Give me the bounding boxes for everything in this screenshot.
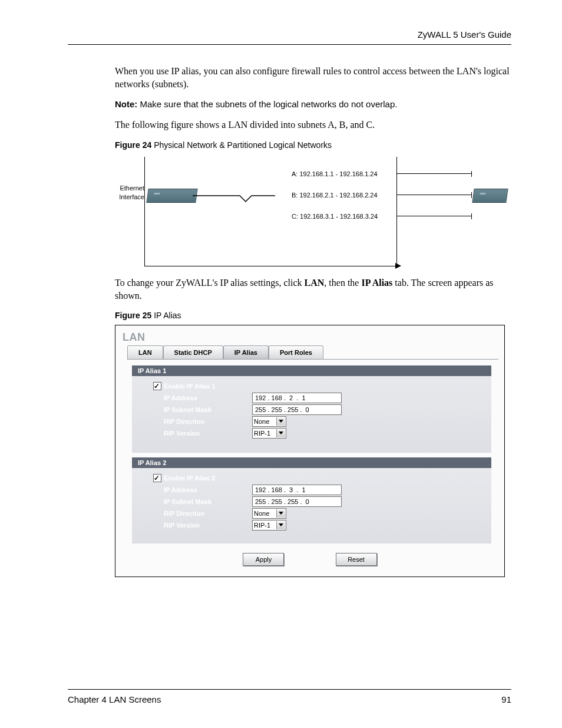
ip-alias-1-header: IP Alias 1 [132, 365, 491, 376]
ip-alias-2-panel: IP Alias 2 Enable IP Alias 2 IP Address … [132, 457, 491, 543]
button-row: Apply Reset [115, 553, 504, 566]
bracket-c [396, 216, 472, 216]
reset-button[interactable]: Reset [336, 553, 377, 566]
ethernet-interface-label: Ethernet Interface [115, 184, 144, 202]
bracket-a [396, 173, 472, 174]
tab-bar: LANStatic DHCPIP AliasPort Roles [127, 345, 498, 360]
ip-address-1-label: IP Address [164, 393, 197, 403]
tab-port-roles[interactable]: Port Roles [269, 345, 323, 359]
subnet-mask-2-label: IP Subnet Mask [164, 496, 211, 507]
enable-ip-alias-1-label: Enable IP Alias 1 [164, 381, 215, 391]
figure25-title: IP Alias [151, 311, 181, 320]
axis-vertical-left [144, 157, 145, 266]
figure24-caption: Figure 24 Physical Network & Partitioned… [115, 140, 513, 151]
chevron-down-icon [279, 420, 283, 423]
tab-lan[interactable]: LAN [127, 345, 163, 359]
subnet-mask-1-label: IP Subnet Mask [164, 404, 211, 415]
subnet-c-label: C: 192.168.3.1 - 192.168.3.24 [292, 212, 378, 221]
rip-version-2-select[interactable]: RIP-1 [252, 520, 286, 531]
enable-ip-alias-1-checkbox[interactable] [153, 382, 161, 390]
note-label: Note: [115, 99, 137, 109]
figure24-title: Physical Network & Partitioned Logical N… [151, 140, 332, 150]
enable-ip-alias-2-label: Enable IP Alias 2 [164, 473, 215, 483]
subnet-mask-1-input[interactable]: 255 . 255 . 255 . 0 [252, 404, 342, 415]
paragraph-2: The following figure shows a LAN divided… [115, 118, 513, 131]
figure25-caption: Figure 25 IP Alias [115, 310, 513, 321]
subnet-a-label: A: 192.168.1.1 - 192.168.1.24 [292, 170, 378, 179]
router-icon-left [146, 189, 197, 203]
footer-page-number: 91 [501, 694, 511, 704]
tab-static-dhcp[interactable]: Static DHCP [163, 345, 223, 359]
ip-alias-2-header: IP Alias 2 [132, 457, 491, 468]
paragraph-3: To change your ZyWALL's IP alias setting… [115, 276, 513, 302]
axis-horizontal [144, 266, 396, 266]
header-guide-title: ZyWALL 5 User's Guide [418, 29, 511, 39]
ip-alias-1-panel: IP Alias 1 Enable IP Alias 1 IP Address … [132, 365, 491, 453]
figure25-screenshot: LAN LANStatic DHCPIP AliasPort Roles IP … [115, 325, 505, 577]
router-icon-right [472, 189, 508, 203]
apply-button[interactable]: Apply [243, 553, 284, 566]
subnet-mask-2-input[interactable]: 255 . 255 . 255 . 0 [252, 496, 342, 507]
chevron-down-icon [279, 431, 283, 434]
ip-address-1-input[interactable]: 192 . 168 . 2 . 1 [252, 393, 342, 403]
subnet-b-label: B: 192.168.2.1 - 192.168.2.24 [292, 191, 378, 200]
footer-rule [68, 689, 511, 690]
footer-chapter: Chapter 4 LAN Screens [68, 694, 161, 704]
ip-address-2-label: IP Address [164, 485, 197, 495]
body-content: When you use IP alias, you can also conf… [115, 65, 513, 577]
enable-ip-alias-2-checkbox[interactable] [153, 474, 161, 482]
network-line-icon [193, 193, 275, 204]
rip-direction-1-label: RIP Direction [164, 416, 204, 427]
rip-direction-2-select[interactable]: None [252, 508, 286, 519]
rip-version-1-select[interactable]: RIP-1 [252, 428, 286, 439]
note-line: Note: Make sure that the subnets of the … [115, 98, 513, 110]
bracket-b [396, 195, 472, 195]
ip-address-2-input[interactable]: 192 . 168 . 3 . 1 [252, 485, 342, 495]
figure25-number: Figure 25 [115, 311, 151, 320]
rip-version-1-label: RIP Version [164, 428, 200, 439]
rip-direction-2-label: RIP Direction [164, 508, 204, 519]
header-rule [68, 44, 511, 45]
rip-version-2-label: RIP Version [164, 520, 200, 531]
chevron-down-icon [279, 512, 283, 515]
tab-underline [127, 359, 498, 360]
note-body: Make sure that the subnets of the logica… [137, 99, 397, 109]
lan-title: LAN [123, 330, 146, 344]
tab-ip-alias[interactable]: IP Alias [223, 345, 269, 359]
figure24-number: Figure 24 [115, 140, 151, 150]
paragraph-1: When you use IP alias, you can also conf… [115, 65, 513, 90]
figure24-diagram: Ethernet Interface A: 192.168.1.1 - 192.… [115, 154, 507, 269]
rip-direction-1-select[interactable]: None [252, 416, 286, 427]
chevron-down-icon [279, 523, 283, 526]
arrowhead-icon [395, 263, 401, 269]
